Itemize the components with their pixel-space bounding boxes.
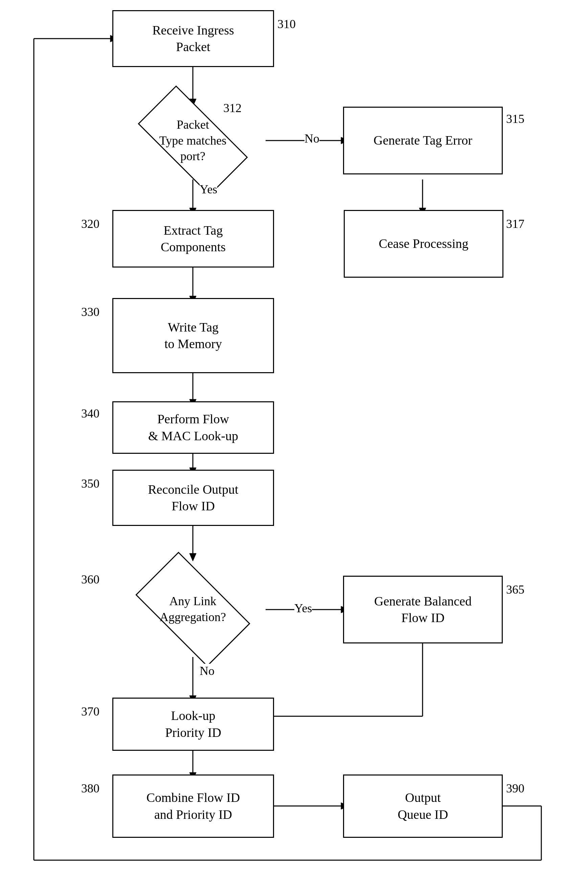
label-320: 320 xyxy=(81,217,100,231)
yes-label-bottom: Yes xyxy=(294,601,312,615)
label-310: 310 xyxy=(278,17,296,31)
no-label-top: No xyxy=(304,132,319,146)
label-380: 380 xyxy=(81,781,100,796)
combine-flow-label: Combine Flow ID and Priority ID xyxy=(146,789,240,823)
perform-flow-box: Perform Flow & MAC Look-up xyxy=(112,401,274,454)
label-360: 360 xyxy=(81,572,100,587)
yes-label-top: Yes xyxy=(200,182,217,196)
combine-flow-box: Combine Flow ID and Priority ID xyxy=(112,774,274,838)
any-link-label: Any Link Aggregation? xyxy=(160,593,226,625)
generate-balanced-label: Generate Balanced Flow ID xyxy=(374,593,472,627)
any-link-diamond: Any Link Aggregation? xyxy=(120,561,266,657)
label-390: 390 xyxy=(506,781,524,796)
reconcile-output-label: Reconcile Output Flow ID xyxy=(148,481,239,515)
packet-type-label: Packet Type matches port? xyxy=(159,117,226,164)
output-queue-label: Output Queue ID xyxy=(398,789,448,823)
output-queue-box: Output Queue ID xyxy=(343,774,503,838)
extract-tag-label: Extract Tag Components xyxy=(161,222,226,256)
label-312: 312 xyxy=(223,101,242,115)
label-370: 370 xyxy=(81,704,100,718)
lookup-priority-label: Look-up Priority ID xyxy=(165,708,221,741)
label-315: 315 xyxy=(506,112,524,126)
label-350: 350 xyxy=(81,476,100,491)
no-label-bottom: No xyxy=(200,664,215,678)
cease-processing-label: Cease Processing xyxy=(379,235,469,252)
generate-tag-error-label: Generate Tag Error xyxy=(373,132,472,149)
reconcile-output-box: Reconcile Output Flow ID xyxy=(112,470,274,526)
label-365: 365 xyxy=(506,582,524,597)
receive-ingress-label: Receive Ingress Packet xyxy=(152,22,234,55)
generate-tag-error-box: Generate Tag Error xyxy=(343,107,503,174)
label-317: 317 xyxy=(506,217,524,231)
generate-balanced-box: Generate Balanced Flow ID xyxy=(343,576,503,644)
svg-marker-11 xyxy=(190,553,196,561)
cease-processing-box: Cease Processing xyxy=(344,210,503,278)
label-340: 340 xyxy=(81,406,100,421)
label-330: 330 xyxy=(81,305,100,319)
lookup-priority-box: Look-up Priority ID xyxy=(112,697,274,751)
receive-ingress-box: Receive Ingress Packet xyxy=(112,10,274,67)
extract-tag-box: Extract Tag Components xyxy=(112,210,274,268)
write-tag-box: Write Tag to Memory xyxy=(112,298,274,373)
perform-flow-label: Perform Flow & MAC Look-up xyxy=(148,411,238,444)
write-tag-label: Write Tag to Memory xyxy=(164,319,222,353)
packet-type-diamond: Packet Type matches port? xyxy=(120,101,266,180)
